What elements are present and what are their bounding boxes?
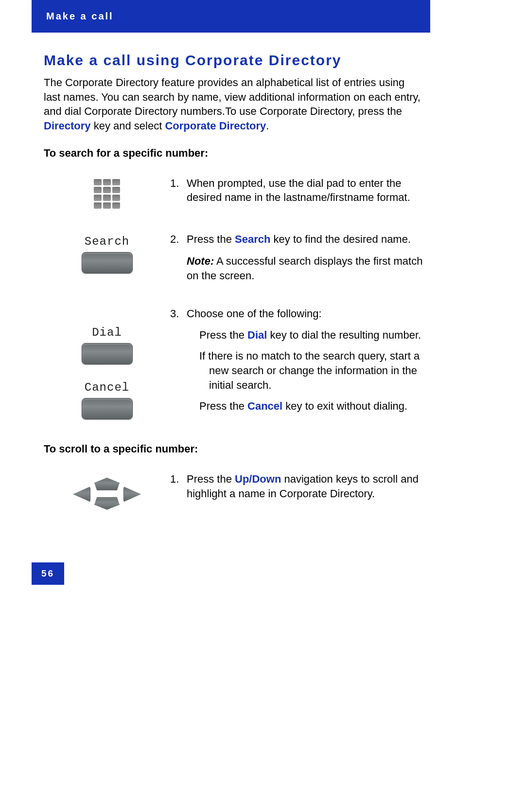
search-softkey-label: Search <box>85 235 129 248</box>
footer: 56 <box>32 562 430 587</box>
step-3c-post: key to exit without dialing. <box>282 400 407 412</box>
step-2-note: Note: A successful search displays the f… <box>187 254 423 283</box>
dial-softkey: Dial <box>82 326 133 364</box>
softkey-button-icon <box>82 398 133 419</box>
step-3-icon-col: Dial Cancel <box>44 307 170 419</box>
navigation-keys-icon <box>73 475 141 514</box>
page-title: Make a call using Corporate Directory <box>44 52 423 69</box>
step-2-icon-col: Search <box>44 232 170 273</box>
step-3-option-dial: Press the Dial key to dial the resulting… <box>199 328 423 343</box>
nav-left-icon <box>73 487 90 502</box>
cancel-softkey-label: Cancel <box>85 381 129 394</box>
search-subheading: To search for a specific number: <box>44 147 423 160</box>
scroll-step-1-number: 1. <box>170 472 187 501</box>
step-3-option-cancel: Press the Cancel key to exit without dia… <box>199 399 423 414</box>
step-1-body: When prompted, use the dial pad to enter… <box>187 176 423 205</box>
step-3c-key-cancel: Cancel <box>247 400 282 412</box>
nav-right-icon <box>123 487 141 502</box>
step-2-post: key to find the desired name. <box>270 233 411 245</box>
step-2-key-search: Search <box>235 233 270 245</box>
step-3a-pre: Press the <box>199 329 247 341</box>
step-3-option-nomatch: If there is no match to the search query… <box>199 349 423 392</box>
note-label: Note: <box>187 255 214 267</box>
intro-key-corporate-directory: Corporate Directory <box>165 120 266 132</box>
softkey-button-icon <box>82 343 133 364</box>
scroll-subheading: To scroll to a specific number: <box>44 443 423 455</box>
step-2-number: 2. <box>170 232 187 247</box>
dialpad-icon <box>94 179 120 209</box>
step-1-number: 1. <box>170 176 187 205</box>
scroll-step-1-text: 1. Press the Up/Down navigation keys to … <box>170 472 423 501</box>
step-2-body: Press the Search key to find the desired… <box>187 232 423 247</box>
step-1-icon-col <box>44 176 170 209</box>
step-3a-post: key to dial the resulting number. <box>267 329 421 341</box>
nav-down-icon <box>94 497 120 510</box>
intro-text-mid: key and select <box>91 120 165 132</box>
dial-softkey-label: Dial <box>92 326 122 339</box>
scroll-step-1-icon-col <box>44 472 170 514</box>
page-number: 56 <box>32 562 64 585</box>
intro-paragraph: The Corporate Directory feature provides… <box>44 75 423 133</box>
nav-up-icon <box>94 478 120 490</box>
step-2: Search 2. Press the Search key to find t… <box>44 232 423 283</box>
step-2-text: 2. Press the Search key to find the desi… <box>170 232 423 283</box>
step-3-lead: Choose one of the following: <box>187 307 423 321</box>
scroll-step-1-body: Press the Up/Down navigation keys to scr… <box>187 472 423 501</box>
step-3c-pre: Press the <box>199 400 247 412</box>
breadcrumb-text: Make a call <box>46 11 114 21</box>
step-3-text: 3. Choose one of the following: Press th… <box>170 307 423 414</box>
softkey-button-icon <box>82 252 133 273</box>
page-content: Make a call using Corporate Directory Th… <box>0 33 467 514</box>
step-1-text: 1. When prompted, use the dial pad to en… <box>170 176 423 205</box>
search-softkey: Search <box>82 235 133 273</box>
cancel-softkey: Cancel <box>82 381 133 419</box>
scroll-step-pre: Press the <box>187 473 235 485</box>
note-text: A successful search displays the first m… <box>187 255 422 282</box>
step-1: 1. When prompted, use the dial pad to en… <box>44 176 423 209</box>
scroll-step-1: 1. Press the Up/Down navigation keys to … <box>44 472 423 514</box>
scroll-step-key-updown: Up/Down <box>235 473 281 485</box>
step-3-number: 3. <box>170 307 187 321</box>
step-3: Dial Cancel 3. Choose one of the followi… <box>44 307 423 419</box>
step-3a-key-dial: Dial <box>247 329 267 341</box>
intro-text-post: . <box>266 120 269 132</box>
intro-key-directory: Directory <box>44 120 91 132</box>
header-breadcrumb: Make a call <box>32 0 430 33</box>
step-2-pre: Press the <box>187 233 235 245</box>
intro-text-pre: The Corporate Directory feature provides… <box>44 76 420 117</box>
